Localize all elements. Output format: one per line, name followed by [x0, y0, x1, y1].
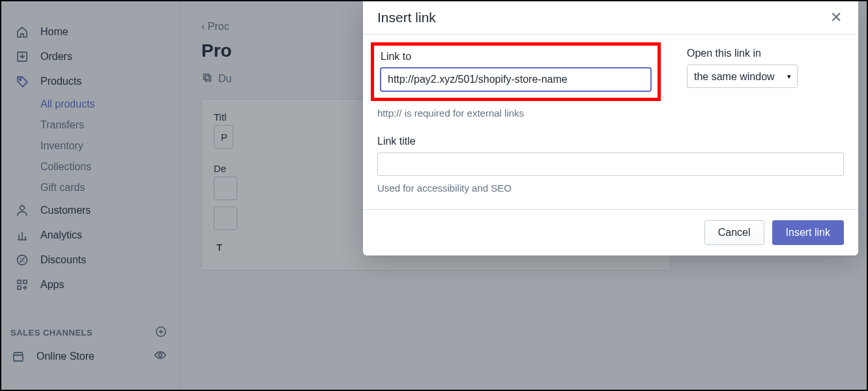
link-title-input[interactable]: [377, 152, 844, 176]
modal-title: Insert link: [377, 10, 436, 25]
insert-link-button[interactable]: Insert link: [772, 220, 844, 245]
link-to-help: http:// is required for external links: [377, 108, 654, 119]
modal-body: Link to http:// is required for external…: [363, 35, 858, 209]
insert-link-modal: Insert link ✕ Link to http:// is require…: [363, 1, 858, 255]
open-in-label: Open this link in: [687, 48, 798, 59]
cancel-button[interactable]: Cancel: [704, 220, 764, 245]
link-to-input[interactable]: [381, 68, 651, 91]
link-to-label: Link to: [381, 51, 651, 63]
link-title-label: Link title: [377, 136, 844, 147]
link-title-help: Used for accessibility and SEO: [377, 182, 844, 194]
open-in-select[interactable]: the same window: [687, 65, 798, 88]
modal-footer: Cancel Insert link: [363, 209, 858, 255]
close-icon: ✕: [830, 9, 842, 26]
modal-header: Insert link ✕: [363, 1, 858, 35]
highlighted-link-to: Link to: [371, 42, 661, 101]
close-button[interactable]: ✕: [828, 10, 844, 25]
